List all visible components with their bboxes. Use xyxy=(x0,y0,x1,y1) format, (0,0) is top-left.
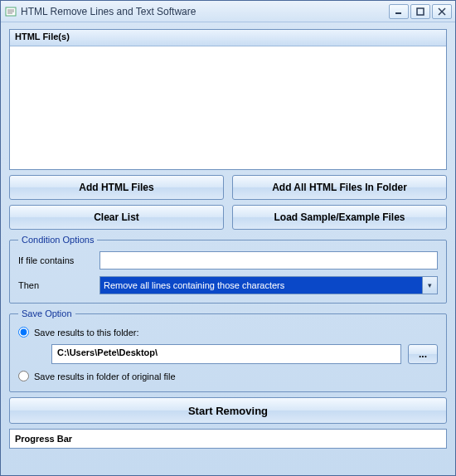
save-original-row: Save results in folder of original file xyxy=(18,371,438,381)
save-option-group: Save Option Save results to this folder:… xyxy=(9,308,447,392)
folder-path-field[interactable]: C:\Users\Pete\Desktop\ xyxy=(51,344,401,364)
start-removing-button[interactable]: Start Removing xyxy=(9,397,447,424)
clear-list-button[interactable]: Clear List xyxy=(9,205,224,230)
save-to-folder-label: Save results to this folder: xyxy=(34,328,139,338)
path-row: C:\Users\Pete\Desktop\ ... xyxy=(51,344,438,364)
close-button[interactable] xyxy=(432,4,452,19)
progress-label: Progress Bar xyxy=(15,434,72,444)
save-to-folder-radio[interactable] xyxy=(18,327,29,338)
minimize-button[interactable] xyxy=(389,4,409,19)
load-sample-button[interactable]: Load Sample/Example Files xyxy=(232,205,447,230)
button-row-2: Clear List Load Sample/Example Files xyxy=(9,205,447,230)
svg-rect-5 xyxy=(417,8,424,15)
chevron-down-icon: ▾ xyxy=(422,277,437,294)
contains-label: If file contains xyxy=(18,255,93,265)
file-list-box: HTML File(s) xyxy=(9,29,447,170)
add-html-files-button[interactable]: Add HTML Files xyxy=(9,175,224,200)
condition-legend: Condition Options xyxy=(18,235,97,245)
then-label: Then xyxy=(18,280,93,290)
progress-bar: Progress Bar xyxy=(9,429,447,449)
button-row-1: Add HTML Files Add All HTML Files In Fol… xyxy=(9,175,447,200)
file-list[interactable] xyxy=(10,46,446,169)
condition-options-group: Condition Options If file contains Then … xyxy=(9,235,447,304)
save-legend: Save Option xyxy=(18,308,75,318)
app-window: HTML Remove Lines and Text Software HTML… xyxy=(0,0,456,476)
app-icon xyxy=(4,5,17,18)
titlebar: HTML Remove Lines and Text Software xyxy=(1,1,455,22)
browse-button[interactable]: ... xyxy=(408,344,438,364)
add-folder-button[interactable]: Add All HTML Files In Folder xyxy=(232,175,447,200)
contains-input[interactable] xyxy=(99,251,438,270)
client-area: HTML File(s) Add HTML Files Add All HTML… xyxy=(1,22,455,475)
save-original-radio[interactable] xyxy=(18,371,29,381)
then-dropdown[interactable]: Remove all lines containing those charac… xyxy=(99,276,438,294)
then-row: Then Remove all lines containing those c… xyxy=(18,276,438,294)
then-selected-text: Remove all lines containing those charac… xyxy=(100,280,422,290)
maximize-button[interactable] xyxy=(410,4,430,19)
file-list-header: HTML File(s) xyxy=(10,30,446,46)
window-title: HTML Remove Lines and Text Software xyxy=(21,6,387,17)
save-original-label: Save results in folder of original file xyxy=(34,372,176,381)
contains-row: If file contains xyxy=(18,251,438,270)
save-to-folder-row: Save results to this folder: xyxy=(18,327,438,338)
